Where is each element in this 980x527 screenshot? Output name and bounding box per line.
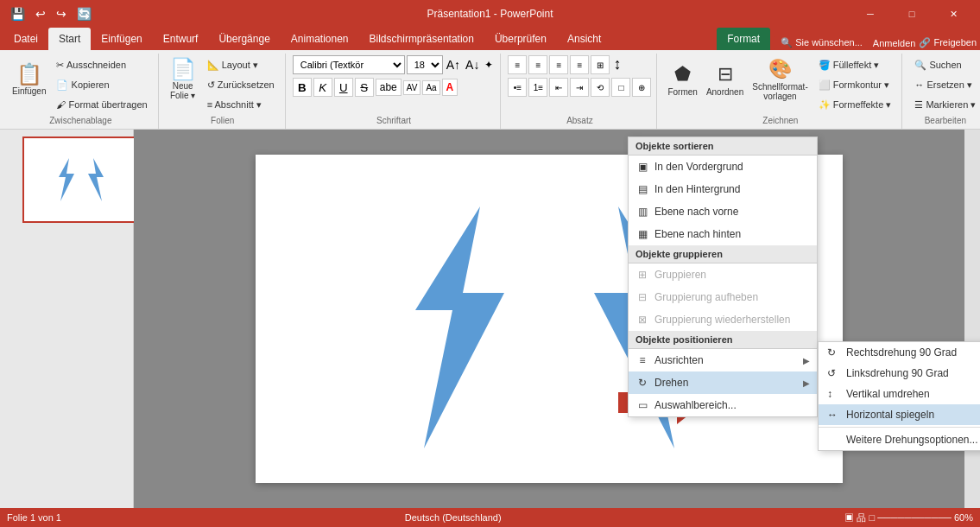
- formen-button[interactable]: ⬟ Formen: [664, 55, 700, 104]
- font-size-select[interactable]: 18: [407, 55, 443, 74]
- menu-hintergrund[interactable]: ▤ In den Hintergrund: [629, 178, 817, 200]
- restore-button[interactable]: □: [892, 0, 932, 28]
- tab-praesentation[interactable]: Bildschirmpräsentation: [359, 28, 484, 50]
- tab-datei[interactable]: Datei: [3, 28, 48, 50]
- ausrichten-label: Ausrichten: [654, 354, 704, 366]
- submenu-weitere[interactable]: Weitere Drehungsoptionen...: [819, 429, 980, 450]
- einfuegen-button[interactable]: 📋 Einfügen: [9, 55, 49, 104]
- vertikal-label: Vertikal umdrehen: [846, 388, 930, 400]
- drehen-arrow: ▶: [803, 378, 810, 388]
- submenu-rechtsdrehung[interactable]: ↻ Rechtsdrehung 90 Grad: [819, 342, 980, 363]
- menu-auswahlbereich[interactable]: ▭ Auswahlbereich...: [629, 394, 817, 416]
- decrease-font-button[interactable]: A↓: [464, 57, 481, 73]
- align-center-button[interactable]: ≡: [528, 55, 547, 74]
- fontcolor-button[interactable]: A: [442, 79, 458, 96]
- thumb-lightning-left: [52, 158, 78, 201]
- kopieren-button[interactable]: 📄 Kopieren: [51, 75, 152, 94]
- gruppieren-icon: ⊞: [635, 268, 649, 282]
- numbering-button[interactable]: 1≡: [528, 78, 547, 97]
- bullets-button[interactable]: •≡: [508, 78, 527, 97]
- title-bar-title: Präsentation1 - PowerPoint: [427, 8, 553, 20]
- freigeben-btn[interactable]: 🔗 Freigeben: [919, 37, 977, 48]
- section-positionieren: Objekte positionieren: [629, 331, 817, 349]
- formeffekte-button[interactable]: ✨ Formeffekte ▾: [813, 95, 897, 114]
- menu-gruppierung-wiederherstellen[interactable]: ⊠ Gruppierung wiederherstellen: [629, 308, 817, 331]
- markieren-button[interactable]: ☰ Markieren ▾: [909, 95, 980, 114]
- folien-label: Folien: [211, 116, 234, 127]
- strikethrough-button[interactable]: S: [355, 78, 374, 97]
- tab-einfuegen[interactable]: Einfügen: [91, 28, 152, 50]
- einfuegen-label: Einfügen: [12, 86, 46, 96]
- slide-thumbnail[interactable]: [22, 137, 139, 223]
- font-select[interactable]: Calibri (Textkör: [293, 55, 405, 74]
- ersetzen-button[interactable]: ↔ Ersetzen ▾: [909, 75, 980, 94]
- tab-ansicht[interactable]: Ansicht: [557, 28, 611, 50]
- svg-marker-1: [88, 158, 104, 201]
- bold-button[interactable]: B: [293, 78, 312, 97]
- format-uebertragen-button[interactable]: 🖌 Format übertragen: [51, 95, 152, 114]
- underline-button[interactable]: U: [334, 78, 353, 97]
- submenu-linksdrehung[interactable]: ↺ Linksdrehung 90 Grad: [819, 363, 980, 384]
- vordergrund-left: ▣ In den Vordergrund: [635, 160, 743, 174]
- minimize-button[interactable]: ─: [850, 0, 890, 28]
- submenu-vertikal[interactable]: ↕ Vertikal umdrehen: [819, 384, 980, 404]
- menu-gruppierung-aufheben[interactable]: ⊟ Gruppierung aufheben: [629, 286, 817, 308]
- title-bar-left: 💾 ↩ ↪ 🔄: [7, 7, 95, 21]
- textalign-button[interactable]: □: [611, 78, 630, 97]
- menu-drehen[interactable]: ↻ Drehen ▶: [629, 371, 817, 394]
- schnellformat-button[interactable]: 🎨 Schnellformat-vorlagen: [749, 55, 811, 104]
- search-box[interactable]: 🔍 Sie wünschen...: [774, 35, 869, 50]
- ausschneiden-button[interactable]: ✂ Ausschneiden: [51, 55, 152, 74]
- menu-vordergrund[interactable]: ▣ In den Vordergrund: [629, 156, 817, 178]
- align-right-button[interactable]: ≡: [549, 55, 568, 74]
- columns-button[interactable]: ⊞: [591, 55, 610, 74]
- suchen-button[interactable]: 🔍 Suchen: [909, 55, 980, 74]
- tab-format[interactable]: Format: [717, 28, 770, 50]
- anordnen-button[interactable]: ⊟ Anordnen: [703, 55, 747, 104]
- fuellleffekt-button[interactable]: 🪣 Fülleffekt ▾: [813, 55, 897, 74]
- italic-button[interactable]: K: [313, 78, 332, 97]
- auswahlbereich-label: Auswahlbereich...: [654, 399, 737, 411]
- line-spacing-button[interactable]: ↕: [611, 55, 623, 74]
- close-button[interactable]: ✕: [933, 0, 973, 28]
- tab-start[interactable]: Start: [48, 28, 91, 50]
- increase-font-button[interactable]: A↑: [445, 57, 462, 73]
- tab-uebergaenge[interactable]: Übergänge: [208, 28, 280, 50]
- justify-button[interactable]: ≡: [570, 55, 589, 74]
- indent-less-button[interactable]: ⇤: [549, 78, 568, 97]
- formkontur-button[interactable]: ⬜ Formkontur ▾: [813, 75, 897, 94]
- schriftart-content: Calibri (Textkör 18 A↑ A↓ ✦ B K U S abe …: [293, 55, 496, 116]
- menu-ebene-hinten[interactable]: ▦ Ebene nach hinten: [629, 223, 817, 245]
- redo-icon[interactable]: ↪: [53, 7, 70, 21]
- horizontal-label: Horizontal spiegeln: [846, 409, 934, 421]
- anmelden-btn[interactable]: Anmelden: [873, 38, 916, 48]
- tab-animationen[interactable]: Animationen: [281, 28, 359, 50]
- abschnitt-button[interactable]: ≡ Abschnitt ▾: [202, 95, 280, 114]
- absatz-content: ≡ ≡ ≡ ≡ ⊞ ↕ •≡ 1≡ ⇤ ⇥ ⟲ □ ⊕: [508, 55, 651, 116]
- case-button[interactable]: Aa: [422, 80, 439, 95]
- clear-format-button[interactable]: ✦: [483, 58, 495, 72]
- textdir-button[interactable]: ⟲: [591, 78, 610, 97]
- menu-gruppieren[interactable]: ⊞ Gruppieren: [629, 264, 817, 286]
- wiederherstellen-left: ⊠ Gruppierung wiederherstellen: [635, 313, 790, 327]
- schnellformat-label: Schnellformat-vorlagen: [752, 82, 807, 101]
- linksdrehung-label: Linksdrehung 90 Grad: [846, 367, 949, 379]
- neue-folie-button[interactable]: 📄 NeueFolie ▾: [166, 55, 200, 104]
- charspacing-button[interactable]: AV: [403, 80, 421, 95]
- tab-ueberpruefen[interactable]: Überprüfen: [484, 28, 557, 50]
- align-left-button[interactable]: ≡: [508, 55, 527, 74]
- layout-button[interactable]: 📐 Layout ▾: [202, 55, 280, 74]
- replay-icon[interactable]: 🔄: [73, 7, 95, 21]
- menu-ausrichten[interactable]: ≡ Ausrichten ▶: [629, 349, 817, 371]
- lightning-bolt-left[interactable]: [376, 206, 515, 448]
- submenu-horizontal[interactable]: ↔ Horizontal spiegeln: [819, 404, 980, 425]
- zuruecksetzen-button[interactable]: ↺ Zurücksetzen: [202, 75, 280, 94]
- menu-ebene-vorne[interactable]: ▥ Ebene nach vorne: [629, 200, 817, 223]
- smartart-button[interactable]: ⊕: [632, 78, 651, 97]
- format-col: 🪣 Fülleffekt ▾ ⬜ Formkontur ▾ ✨ Formeffe…: [813, 55, 897, 114]
- undo-icon[interactable]: ↩: [32, 7, 49, 21]
- shadow-button[interactable]: abe: [376, 79, 401, 96]
- save-icon[interactable]: 💾: [7, 7, 28, 21]
- tab-entwurf[interactable]: Entwurf: [153, 28, 209, 50]
- indent-more-button[interactable]: ⇥: [570, 78, 589, 97]
